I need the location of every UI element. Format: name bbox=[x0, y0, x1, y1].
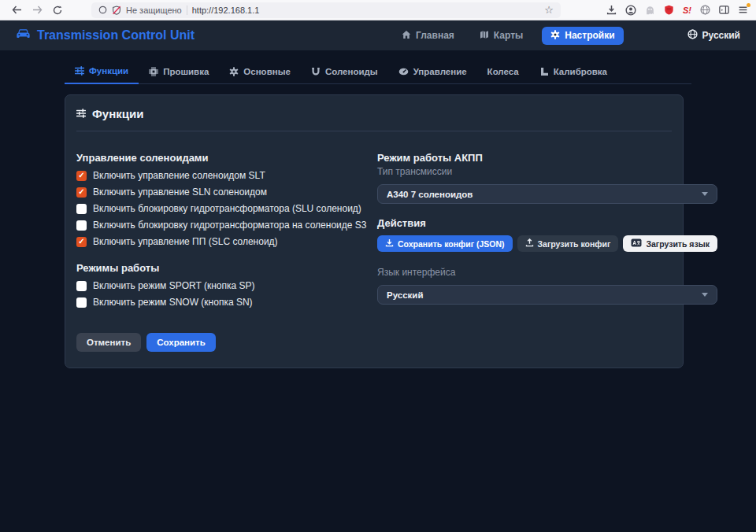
save-config-button[interactable]: Сохранить конфиг (JSON) bbox=[377, 235, 513, 252]
chevron-down-icon bbox=[702, 293, 708, 297]
checkbox-label: Включить блокировку гидротрансформатора … bbox=[93, 220, 366, 231]
url-text: http://192.168.1.1 bbox=[192, 6, 260, 15]
save-config-label: Сохранить конфиг (JSON) bbox=[398, 239, 505, 249]
settings-tab[interactable]: Колеса bbox=[477, 61, 529, 83]
adblock-shield-icon[interactable] bbox=[664, 5, 674, 15]
settings-tab-label: Функции bbox=[89, 66, 128, 76]
downloads-icon[interactable] bbox=[606, 5, 617, 15]
urlbar-divider bbox=[187, 6, 187, 15]
ghost-extension-icon[interactable] bbox=[645, 5, 655, 15]
app-header: Transmission Control Unit Главная Карты … bbox=[0, 20, 756, 50]
settings-tab[interactable]: Калибровка bbox=[529, 61, 617, 83]
upload-icon bbox=[525, 238, 534, 249]
checkbox[interactable] bbox=[76, 220, 87, 231]
language-icon bbox=[631, 238, 642, 249]
checkbox[interactable] bbox=[76, 171, 87, 181]
account-icon[interactable] bbox=[625, 5, 636, 16]
gear-icon bbox=[229, 67, 239, 76]
translate-globe-icon[interactable] bbox=[700, 5, 710, 15]
load-config-button[interactable]: Загрузить конфиг bbox=[517, 235, 619, 252]
nav-item-label: Карты bbox=[494, 30, 523, 41]
menu-notification-dot bbox=[747, 3, 750, 7]
checkbox[interactable] bbox=[76, 297, 87, 308]
menu-button[interactable] bbox=[738, 5, 748, 15]
nav-item-label: Главная bbox=[416, 30, 454, 41]
checkbox-row[interactable]: Включить управление ПП (SLC соленоид) bbox=[76, 236, 377, 247]
solenoid-checkbox-group: Включить управление соленоидом SLT Включ… bbox=[76, 170, 377, 247]
nav-item[interactable]: Главная bbox=[395, 27, 461, 45]
checkbox-row[interactable]: Включить блокировку гидротрансформатора … bbox=[76, 220, 377, 231]
load-language-button[interactable]: Загрузить язык bbox=[623, 235, 717, 252]
checkbox-row[interactable]: Включить режим SPORT (кнопка SP) bbox=[76, 280, 377, 291]
checkbox[interactable] bbox=[76, 237, 87, 247]
settings-tab[interactable]: Управление bbox=[388, 61, 477, 83]
transmission-select[interactable]: A340 7 соленоидов bbox=[377, 184, 717, 204]
akpp-section-title: Режим работы АКПП bbox=[377, 152, 717, 164]
settings-tab-label: Колеса bbox=[487, 67, 519, 76]
magnet-icon bbox=[311, 67, 321, 76]
transmission-select-value: A340 7 соленоидов bbox=[387, 190, 472, 199]
sliders-icon bbox=[76, 107, 86, 120]
settings-tab[interactable]: Соленоиды bbox=[301, 61, 388, 83]
checkbox-label: Включить режим SNOW (кнопка SN) bbox=[93, 297, 253, 308]
solenoid-group-title: Управление соленоидами bbox=[76, 152, 377, 164]
language-select-value: Русский bbox=[387, 290, 423, 300]
browser-toolbar: Не защищено http://192.168.1.1 ☆ S! bbox=[0, 0, 756, 20]
settings-tab[interactable]: Функции bbox=[65, 61, 139, 84]
transmission-label: Тип трансмиссии bbox=[377, 166, 717, 177]
back-button[interactable] bbox=[8, 2, 25, 18]
settings-tab-label: Прошивка bbox=[163, 67, 209, 76]
cancel-button[interactable]: Отменить bbox=[76, 333, 141, 352]
checkbox-row[interactable]: Включить управление соленоидом SLT bbox=[76, 170, 377, 181]
nav-item[interactable]: Карты bbox=[473, 27, 529, 45]
checkbox-row[interactable]: Включить режим SNOW (кнопка SN) bbox=[76, 297, 377, 308]
settings-tab-label: Калибровка bbox=[554, 67, 607, 76]
bookmark-star-icon[interactable]: ☆ bbox=[544, 5, 554, 15]
functions-card: Функции Управление соленоидами Включить … bbox=[65, 94, 684, 368]
checkbox-row[interactable]: Включить блокировку гидротрансформатора … bbox=[76, 203, 377, 214]
gear-icon bbox=[550, 30, 560, 42]
sidebar-icon[interactable] bbox=[719, 5, 729, 15]
card-divider bbox=[76, 131, 672, 131]
language-select[interactable]: Русский bbox=[377, 285, 717, 305]
forward-button[interactable] bbox=[28, 2, 46, 18]
checkbox-label: Включить управление ПП (SLC соленоид) bbox=[93, 236, 278, 247]
security-label: Не защищено bbox=[126, 6, 182, 15]
app-title: Transmission Control Unit bbox=[37, 28, 195, 42]
car-icon bbox=[16, 28, 31, 42]
checkbox[interactable] bbox=[76, 281, 87, 291]
ruler-icon bbox=[539, 67, 549, 76]
home-icon bbox=[402, 30, 411, 42]
modes-group-title: Режимы работы bbox=[76, 262, 377, 274]
chevron-down-icon bbox=[702, 192, 708, 196]
url-bar[interactable]: Не защищено http://192.168.1.1 ☆ bbox=[91, 2, 561, 18]
nav-item-label: Настройки bbox=[565, 30, 614, 41]
app-brand[interactable]: Transmission Control Unit bbox=[16, 28, 195, 42]
sliders-icon bbox=[75, 66, 84, 76]
nav-item[interactable]: Настройки bbox=[542, 27, 623, 45]
save-button[interactable]: Сохранить bbox=[146, 333, 216, 352]
checkbox-label: Включить управление соленоидом SLT bbox=[93, 170, 265, 181]
globe-icon bbox=[687, 29, 698, 42]
settings-tab[interactable]: Прошивка bbox=[139, 61, 219, 83]
chip-icon bbox=[149, 67, 158, 76]
language-switcher-label: Русский bbox=[702, 30, 741, 41]
checkbox[interactable] bbox=[76, 187, 87, 198]
modes-checkbox-group: Включить режим SPORT (кнопка SP) Включит… bbox=[76, 280, 377, 308]
checkbox-label: Включить блокировку гидротрансформатора … bbox=[93, 203, 361, 214]
checkbox-row[interactable]: Включить управление SLN соленоидом bbox=[76, 187, 377, 198]
search-icon bbox=[98, 6, 107, 14]
s-extension-icon[interactable]: S! bbox=[683, 6, 691, 15]
settings-tab[interactable]: Основные bbox=[219, 61, 301, 83]
language-switcher[interactable]: Русский bbox=[687, 29, 741, 42]
download-icon bbox=[385, 238, 394, 249]
card-title: Функции bbox=[92, 107, 143, 120]
settings-tab-label: Соленоиды bbox=[325, 67, 378, 76]
insecure-shield-icon[interactable] bbox=[112, 6, 121, 15]
map-icon bbox=[480, 30, 489, 42]
settings-tabbar: Функции Прошивка Основные Соленоиды Упра… bbox=[65, 61, 691, 84]
settings-tab-label: Основные bbox=[243, 67, 291, 76]
checkbox[interactable] bbox=[76, 204, 87, 214]
reload-button[interactable] bbox=[49, 2, 66, 18]
checkbox-label: Включить режим SPORT (кнопка SP) bbox=[93, 280, 255, 291]
